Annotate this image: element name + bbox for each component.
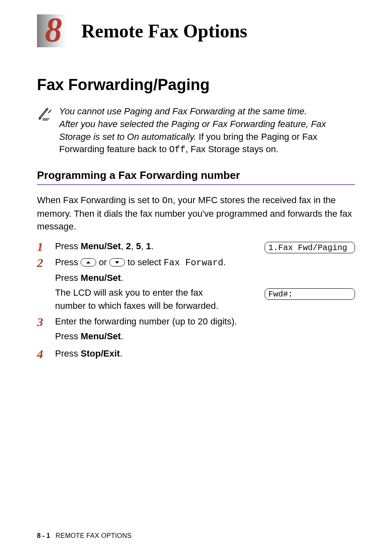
step-line: Enter the forwarding number (up to 20 di… bbox=[55, 315, 355, 328]
step-number: 3 bbox=[37, 315, 55, 328]
step-body: Enter the forwarding number (up to 20 di… bbox=[55, 315, 355, 345]
steps-list: 1 Press Menu/Set, 2, 5, 1. 1.Fax Fwd/Pag… bbox=[37, 240, 355, 360]
chapter-number: 8 bbox=[45, 13, 62, 47]
step-number: 2 bbox=[37, 256, 55, 269]
note-body: You cannot use Paging and Fax Forwarding… bbox=[59, 105, 355, 157]
t: . bbox=[121, 273, 123, 283]
chapter-header: 8 Remote Fax Options bbox=[37, 14, 355, 47]
step-line: Press Menu/Set. bbox=[55, 330, 355, 343]
step-line: Press or to select Fax Forward. bbox=[55, 256, 228, 270]
intro-paragraph: When Fax Forwarding is set to On, your M… bbox=[37, 194, 355, 233]
note-icon bbox=[37, 105, 53, 157]
up-arrow-icon bbox=[81, 258, 96, 266]
t: Menu/Set bbox=[81, 241, 121, 251]
t: . bbox=[121, 331, 123, 341]
t: . bbox=[151, 241, 154, 251]
page: 8 Remote Fax Options Fax Forwarding/Pagi… bbox=[0, 0, 392, 556]
step-body: Press Menu/Set, 2, 5, 1. 1.Fax Fwd/Pagin… bbox=[55, 240, 355, 254]
page-footer: 8 - 1 REMOTE FAX OPTIONS bbox=[37, 532, 131, 540]
t: , bbox=[141, 241, 146, 251]
t: Press bbox=[55, 273, 81, 283]
t: , bbox=[131, 241, 136, 251]
step-text: The LCD will ask you to enter the fax nu… bbox=[55, 286, 228, 313]
chapter-title: Remote Fax Options bbox=[81, 20, 247, 42]
t: . bbox=[224, 257, 226, 267]
step-body: Press Stop/Exit. bbox=[55, 347, 355, 360]
step-2: 2 Press or to select Fax Forward. Press … bbox=[37, 256, 355, 313]
t: or bbox=[96, 257, 109, 267]
t: , bbox=[121, 241, 126, 251]
intro-mono: On bbox=[162, 196, 173, 206]
step-number: 4 bbox=[37, 347, 55, 360]
step-4: 4 Press Stop/Exit. bbox=[37, 347, 355, 360]
lcd-display: Fwd#: bbox=[265, 288, 355, 300]
lcd-display: 1.Fax Fwd/Paging bbox=[265, 242, 355, 253]
note: You cannot use Paging and Fax Forwarding… bbox=[37, 105, 355, 157]
t: 5 bbox=[136, 241, 141, 251]
lcd-wrap: Fwd#: bbox=[265, 286, 355, 300]
t: Fax Forward bbox=[164, 258, 223, 268]
note-line1: You cannot use Paging and Fax Forwarding… bbox=[59, 106, 307, 116]
t: 2 bbox=[126, 241, 131, 251]
step-text: Press Menu/Set, 2, 5, 1. bbox=[55, 240, 228, 253]
step-number: 1 bbox=[37, 240, 55, 253]
step-line: Press Menu/Set. bbox=[55, 271, 355, 285]
t: Menu/Set bbox=[81, 331, 121, 341]
step-body: Press or to select Fax Forward. Press Me… bbox=[55, 256, 355, 313]
t: . bbox=[120, 348, 122, 359]
note-line2-plain-b: , Fax Storage stays on. bbox=[185, 144, 278, 154]
step-3: 3 Enter the forwarding number (up to 20 … bbox=[37, 315, 355, 345]
footer-section: REMOTE FAX OPTIONS bbox=[55, 532, 131, 539]
chapter-badge: 8 bbox=[37, 14, 70, 47]
t: Stop/Exit bbox=[81, 348, 120, 359]
t: Menu/Set bbox=[81, 273, 121, 283]
t: Press bbox=[55, 257, 81, 267]
t: to select bbox=[125, 257, 164, 267]
t: Press bbox=[55, 348, 81, 359]
t: 1 bbox=[146, 241, 151, 251]
step-1: 1 Press Menu/Set, 2, 5, 1. 1.Fax Fwd/Pag… bbox=[37, 240, 355, 254]
page-number: 8 - 1 bbox=[37, 532, 50, 539]
step-line: The LCD will ask you to enter the fax nu… bbox=[55, 286, 355, 313]
note-line2-mono: Off bbox=[169, 145, 186, 155]
subsection-heading: Programming a Fax Forwarding number bbox=[37, 169, 355, 185]
down-arrow-icon bbox=[109, 258, 125, 266]
section-heading: Fax Forwarding/Paging bbox=[37, 76, 355, 94]
lcd-wrap: 1.Fax Fwd/Paging bbox=[265, 240, 355, 254]
intro-a: When Fax Forwarding is set to bbox=[37, 195, 162, 205]
t: Press bbox=[55, 331, 81, 341]
t: Press bbox=[55, 241, 81, 251]
